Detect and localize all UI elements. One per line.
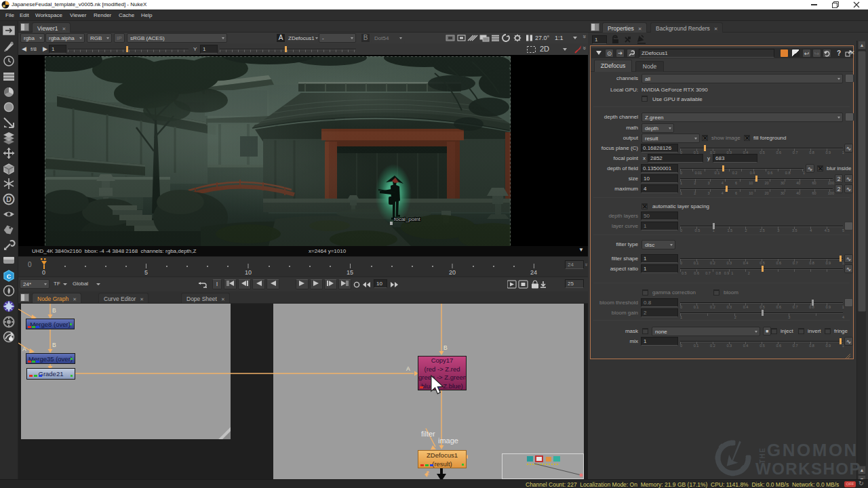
svg-text:2: 2 <box>426 470 429 476</box>
svg-text:0: 0 <box>42 269 45 276</box>
svg-text:24: 24 <box>530 269 537 276</box>
svg-text:B: B <box>52 307 56 314</box>
svg-text:D: D <box>6 195 12 203</box>
svg-text:10: 10 <box>245 269 252 276</box>
svg-text:B: B <box>52 342 56 348</box>
svg-text:filter: filter <box>421 430 435 438</box>
svg-text:A: A <box>406 365 410 372</box>
svg-text:20: 20 <box>449 269 456 276</box>
svg-text:image: image <box>438 436 458 445</box>
svg-text:C: C <box>7 273 12 280</box>
svg-text:5: 5 <box>144 269 148 276</box>
svg-text:A: A <box>22 346 26 352</box>
svg-text:15: 15 <box>347 269 353 276</box>
svg-text:B: B <box>443 344 448 351</box>
